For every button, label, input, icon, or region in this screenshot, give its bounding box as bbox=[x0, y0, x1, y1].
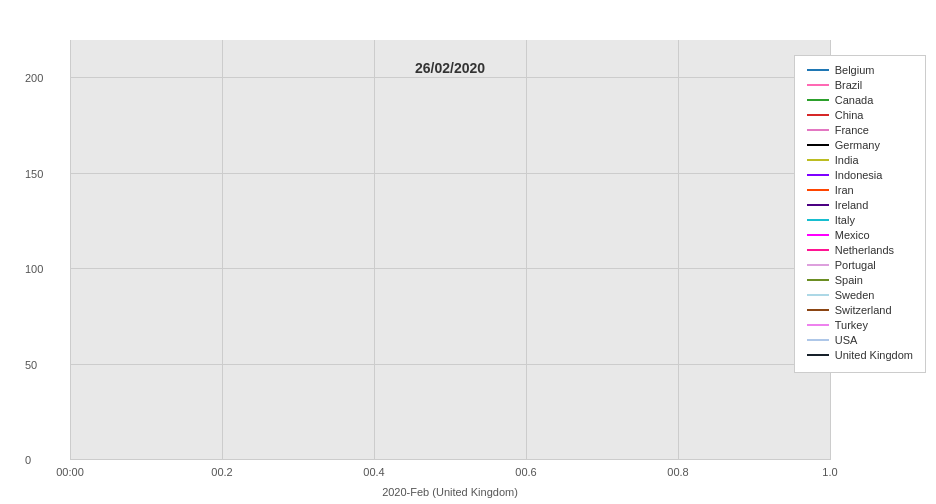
legend-item-switzerland: Switzerland bbox=[807, 304, 913, 316]
chart-container: 26/02/2020 0 50 100 150 200 00:00 00.2 0… bbox=[0, 0, 936, 504]
y-tick-0: 0 bbox=[25, 454, 31, 466]
legend-line-indonesia bbox=[807, 174, 829, 176]
legend-label-uk: United Kingdom bbox=[835, 349, 913, 361]
legend-label-indonesia: Indonesia bbox=[835, 169, 883, 181]
legend-line-belgium bbox=[807, 69, 829, 71]
legend-item-ireland: Ireland bbox=[807, 199, 913, 211]
legend-item-belgium: Belgium bbox=[807, 64, 913, 76]
legend-line-mexico bbox=[807, 234, 829, 236]
legend-item-turkey: Turkey bbox=[807, 319, 913, 331]
legend-label-spain: Spain bbox=[835, 274, 863, 286]
x-axis-label: 2020-Feb (United Kingdom) bbox=[382, 486, 518, 498]
legend-label-brazil: Brazil bbox=[835, 79, 863, 91]
legend-line-france bbox=[807, 129, 829, 131]
legend-line-usa bbox=[807, 339, 829, 341]
y-tick-100: 100 bbox=[25, 263, 43, 275]
legend-line-iran bbox=[807, 189, 829, 191]
legend-label-china: China bbox=[835, 109, 864, 121]
legend-label-sweden: Sweden bbox=[835, 289, 875, 301]
y-tick-50: 50 bbox=[25, 359, 37, 371]
legend: Belgium Brazil Canada China France Germa… bbox=[794, 55, 926, 373]
date-annotation: 26/02/2020 bbox=[415, 60, 485, 76]
legend-item-netherlands: Netherlands bbox=[807, 244, 913, 256]
legend-line-spain bbox=[807, 279, 829, 281]
legend-item-indonesia: Indonesia bbox=[807, 169, 913, 181]
legend-item-germany: Germany bbox=[807, 139, 913, 151]
legend-item-uk: United Kingdom bbox=[807, 349, 913, 361]
legend-label-france: France bbox=[835, 124, 869, 136]
legend-label-belgium: Belgium bbox=[835, 64, 875, 76]
legend-line-ireland bbox=[807, 204, 829, 206]
legend-line-italy bbox=[807, 219, 829, 221]
grid-line-150 bbox=[70, 173, 830, 174]
x-tick-06: 00.6 bbox=[515, 466, 536, 478]
legend-label-italy: Italy bbox=[835, 214, 855, 226]
legend-label-netherlands: Netherlands bbox=[835, 244, 894, 256]
grid-line-0 bbox=[70, 459, 830, 460]
chart-area: 26/02/2020 0 50 100 150 200 00:00 00.2 0… bbox=[70, 40, 830, 460]
legend-line-netherlands bbox=[807, 249, 829, 251]
legend-item-canada: Canada bbox=[807, 94, 913, 106]
legend-item-brazil: Brazil bbox=[807, 79, 913, 91]
x-tick-08: 00.8 bbox=[667, 466, 688, 478]
y-tick-150: 150 bbox=[25, 168, 43, 180]
legend-label-germany: Germany bbox=[835, 139, 880, 151]
legend-item-usa: USA bbox=[807, 334, 913, 346]
legend-line-brazil bbox=[807, 84, 829, 86]
legend-item-china: China bbox=[807, 109, 913, 121]
grid-line-200 bbox=[70, 77, 830, 78]
legend-item-italy: Italy bbox=[807, 214, 913, 226]
legend-line-china bbox=[807, 114, 829, 116]
legend-line-sweden bbox=[807, 294, 829, 296]
legend-item-iran: Iran bbox=[807, 184, 913, 196]
vgrid-04 bbox=[374, 40, 375, 460]
x-tick-02: 00.2 bbox=[211, 466, 232, 478]
legend-label-portugal: Portugal bbox=[835, 259, 876, 271]
legend-line-uk bbox=[807, 354, 829, 356]
y-tick-200: 200 bbox=[25, 72, 43, 84]
x-tick-0: 00:00 bbox=[56, 466, 84, 478]
grid-line-50 bbox=[70, 364, 830, 365]
legend-label-iran: Iran bbox=[835, 184, 854, 196]
grid-line-100 bbox=[70, 268, 830, 269]
legend-line-germany bbox=[807, 144, 829, 146]
x-tick-04: 00.4 bbox=[363, 466, 384, 478]
legend-label-canada: Canada bbox=[835, 94, 874, 106]
legend-line-india bbox=[807, 159, 829, 161]
legend-line-turkey bbox=[807, 324, 829, 326]
legend-label-turkey: Turkey bbox=[835, 319, 868, 331]
legend-label-mexico: Mexico bbox=[835, 229, 870, 241]
vgrid-02 bbox=[222, 40, 223, 460]
legend-line-portugal bbox=[807, 264, 829, 266]
legend-item-france: France bbox=[807, 124, 913, 136]
legend-item-india: India bbox=[807, 154, 913, 166]
legend-item-portugal: Portugal bbox=[807, 259, 913, 271]
vgrid-08 bbox=[678, 40, 679, 460]
legend-item-mexico: Mexico bbox=[807, 229, 913, 241]
vgrid-06 bbox=[526, 40, 527, 460]
legend-label-usa: USA bbox=[835, 334, 858, 346]
legend-line-switzerland bbox=[807, 309, 829, 311]
legend-label-india: India bbox=[835, 154, 859, 166]
legend-item-sweden: Sweden bbox=[807, 289, 913, 301]
legend-label-switzerland: Switzerland bbox=[835, 304, 892, 316]
legend-item-spain: Spain bbox=[807, 274, 913, 286]
vgrid-0 bbox=[70, 40, 71, 460]
legend-label-ireland: Ireland bbox=[835, 199, 869, 211]
x-tick-10: 1.0 bbox=[822, 466, 837, 478]
legend-line-canada bbox=[807, 99, 829, 101]
